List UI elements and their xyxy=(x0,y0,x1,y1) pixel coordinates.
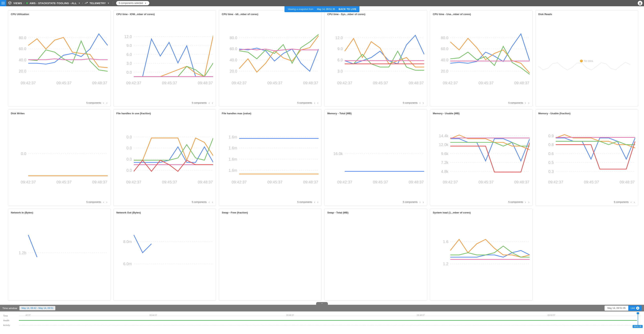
svg-text:20.0: 20.0 xyxy=(230,69,237,73)
chart-prev-button[interactable]: ‹ xyxy=(314,201,316,204)
chart-next-button[interactable]: › xyxy=(528,201,530,204)
chart-title: Network Out (Bytes) xyxy=(116,211,213,214)
chart-next-button[interactable]: › xyxy=(317,101,319,104)
svg-text:09:42:37: 09:42:37 xyxy=(126,81,141,85)
svg-text:09:45:37: 09:45:37 xyxy=(268,81,282,85)
svg-text:09:48:37: 09:48:37 xyxy=(198,81,213,85)
svg-text:09:42:37: 09:42:37 xyxy=(548,180,563,184)
chart-card: Disk Reads!No data. xyxy=(535,10,638,107)
chart-prev-button[interactable]: ‹ xyxy=(630,201,632,204)
svg-text:0.0: 0.0 xyxy=(126,157,132,161)
chart-title: Memory - Usable (fraction) xyxy=(538,112,635,115)
chart-card: Memory - Usable (fraction)0.90.80.60.50.… xyxy=(535,109,638,206)
components-count: 5 components xyxy=(508,201,523,203)
svg-text:09:48:37: 09:48:37 xyxy=(303,81,318,85)
views-link[interactable]: VIEWS xyxy=(13,2,22,5)
svg-text:3.0: 3.0 xyxy=(126,61,132,65)
svg-text:09:42:37: 09:42:37 xyxy=(337,180,352,184)
chart-next-button[interactable]: › xyxy=(422,101,424,104)
chart-card: CPU time - Sys...mber of cores)12.09.06.… xyxy=(324,10,427,107)
chart-title: Disk Reads xyxy=(538,13,635,16)
chart-next-button[interactable]: › xyxy=(106,101,108,104)
chart-prev-button[interactable]: ‹ xyxy=(525,101,526,104)
cube-icon xyxy=(8,1,12,5)
chart-next-button[interactable]: › xyxy=(634,201,635,204)
chart-prev-button[interactable]: ‹ xyxy=(102,101,104,104)
view-name-dropdown[interactable]: AWS - STACKSTATE-TOOLING - ALL xyxy=(30,2,77,5)
svg-text:1.6m: 1.6m xyxy=(228,135,237,139)
chart-title: CPU time - Use...mber of cores) xyxy=(433,13,530,16)
svg-text:0.0: 0.0 xyxy=(126,70,132,74)
chart-footer: 5 components‹› xyxy=(11,101,108,104)
chart-footer: 5 components‹› xyxy=(11,201,108,204)
telemetry-dropdown[interactable]: TELEMETRY xyxy=(90,2,106,5)
components-pill[interactable]: 5 components selected ▼ xyxy=(116,1,149,5)
chart-title: Swap - Free (fraction) xyxy=(222,211,319,214)
chart-area: 1.61.2 xyxy=(433,216,530,299)
chart-next-button[interactable]: › xyxy=(528,101,530,104)
collapse-timeline-button[interactable] xyxy=(316,302,328,305)
chart-title: CPU time - Sys...mber of cores) xyxy=(327,13,424,16)
svg-text:09:45:37: 09:45:37 xyxy=(268,180,282,184)
svg-text:09:45:37: 09:45:37 xyxy=(584,180,599,184)
svg-text:8.0m: 8.0m xyxy=(123,240,132,244)
svg-text:60.0: 60.0 xyxy=(230,47,237,51)
chart-footer: 5 components‹› xyxy=(433,101,530,104)
chart-prev-button[interactable]: ‹ xyxy=(525,201,526,204)
chart-area: !No data. xyxy=(538,17,635,104)
chevron-down-icon xyxy=(321,302,323,305)
svg-text:12.0k: 12.0k xyxy=(439,142,448,147)
components-count: 5 components xyxy=(192,101,206,104)
chart-prev-button[interactable]: ‹ xyxy=(208,201,210,204)
svg-text:09:42:37: 09:42:37 xyxy=(232,180,247,184)
chart-next-button[interactable]: › xyxy=(422,201,424,204)
svg-text:80.0: 80.0 xyxy=(19,36,26,40)
svg-text:0.3: 0.3 xyxy=(548,169,554,174)
chart-area: 1.2b xyxy=(11,216,108,299)
svg-text:6.0: 6.0 xyxy=(338,58,343,62)
svg-text:80.0: 80.0 xyxy=(441,36,448,40)
chart-next-button[interactable]: › xyxy=(317,201,319,204)
chart-area: 80.060.040.020.009:42:3709:45:3709:48:37 xyxy=(11,17,108,100)
svg-text:40.0: 40.0 xyxy=(19,58,26,62)
components-count: 5 components xyxy=(192,201,206,203)
chart-area: 80.060.040.020.009:42:3709:45:3709:48:37 xyxy=(433,17,530,100)
svg-text:20.0: 20.0 xyxy=(19,69,26,73)
chart-prev-button[interactable]: ‹ xyxy=(314,101,316,104)
chart-card: Network In (Bytes)1.2b xyxy=(8,209,111,301)
svg-text:4.8k: 4.8k xyxy=(441,169,448,174)
chart-card: Disk Writes0.009:42:3709:45:3709:48:375 … xyxy=(8,109,111,206)
chart-area: 16.0k09:42:3709:45:3709:48:37 xyxy=(327,116,424,199)
svg-text:09:42:37: 09:42:37 xyxy=(232,81,247,85)
svg-rect-0 xyxy=(1,2,5,2)
chart-prev-button[interactable]: ‹ xyxy=(419,201,421,204)
user-avatar[interactable] xyxy=(638,1,642,5)
svg-text:09:48:37: 09:48:37 xyxy=(409,180,424,184)
chart-next-button[interactable]: › xyxy=(212,101,213,104)
svg-text:09:42:37: 09:42:37 xyxy=(337,81,352,85)
svg-text:16.0k: 16.0k xyxy=(334,152,343,156)
svg-text:12.0: 12.0 xyxy=(335,36,343,40)
svg-text:1.2b: 1.2b xyxy=(19,251,26,255)
chart-title: File handles max (value) xyxy=(222,112,319,115)
menu-button[interactable] xyxy=(0,0,6,6)
svg-text:09:45:37: 09:45:37 xyxy=(162,81,177,85)
chart-card: Swap - Total (MB) xyxy=(324,209,427,301)
back-to-live-button[interactable]: BACK TO LIVE xyxy=(339,8,356,10)
health-dot-icon xyxy=(26,2,28,4)
svg-text:09:42:37: 09:42:37 xyxy=(20,81,36,85)
chart-next-button[interactable]: › xyxy=(212,201,213,204)
svg-text:09:45:37: 09:45:37 xyxy=(373,81,388,85)
chart-next-button[interactable]: › xyxy=(106,201,108,204)
chart-footer: 5 components‹› xyxy=(327,201,424,204)
chart-area: 0.90.80.60.50.309:42:3709:45:3709:48:37 xyxy=(538,116,635,199)
chart-title: CPU Utilization xyxy=(11,13,108,16)
svg-text:09:45:37: 09:45:37 xyxy=(56,81,72,85)
svg-text:9.0: 9.0 xyxy=(126,43,132,48)
chart-prev-button[interactable]: ‹ xyxy=(419,101,421,104)
chart-card: CPU time - Use...mber of cores)80.060.04… xyxy=(430,10,533,107)
chart-prev-button[interactable]: ‹ xyxy=(208,101,210,104)
chart-prev-button[interactable]: ‹ xyxy=(102,201,104,204)
svg-rect-2 xyxy=(1,4,5,4)
svg-rect-1 xyxy=(1,3,5,3)
